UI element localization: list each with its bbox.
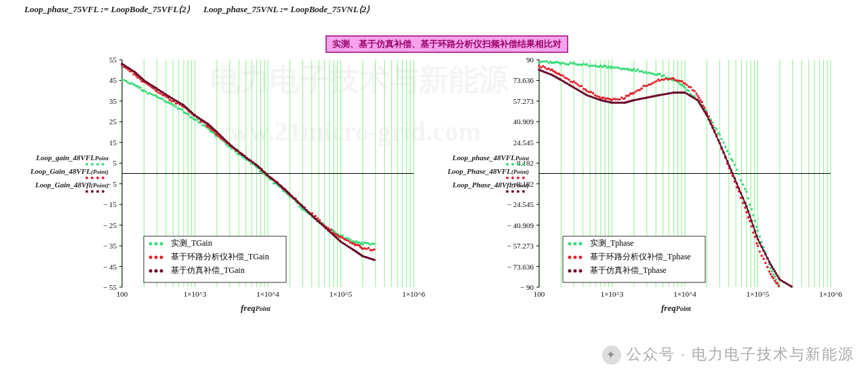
svg-point-992 [751, 220, 753, 223]
svg-point-472 [311, 215, 314, 217]
svg-point-822 [698, 96, 701, 99]
svg-point-674 [684, 86, 686, 89]
svg-point-434 [245, 157, 248, 160]
svg-point-1000 [764, 253, 767, 256]
svg-point-98 [173, 104, 176, 107]
svg-point-519 [155, 270, 158, 273]
svg-point-79 [139, 86, 142, 89]
svg-point-1032 [96, 163, 99, 166]
svg-point-970 [709, 122, 712, 125]
svg-text:1×10^6: 1×10^6 [402, 290, 425, 298]
svg-text:实测_Tphase: 实测_Tphase [590, 238, 634, 248]
svg-point-713 [752, 214, 755, 217]
svg-point-508 [373, 259, 376, 261]
svg-point-1003 [770, 263, 772, 266]
svg-point-1026 [568, 270, 572, 273]
svg-point-244 [171, 100, 174, 103]
svg-text:− 35: − 35 [103, 242, 117, 250]
svg-point-1027 [574, 270, 577, 273]
svg-point-985 [738, 187, 741, 189]
svg-point-966 [703, 111, 706, 113]
svg-point-437 [252, 162, 254, 164]
svg-point-898 [585, 94, 588, 96]
svg-point-1037 [102, 177, 104, 179]
svg-point-1004 [771, 265, 774, 268]
svg-point-943 [665, 93, 667, 96]
svg-point-776 [618, 98, 621, 101]
svg-point-425 [229, 143, 231, 146]
svg-point-802 [663, 79, 665, 81]
svg-text:55: 55 [109, 56, 117, 64]
svg-point-662 [663, 74, 665, 77]
svg-point-468 [303, 207, 306, 210]
svg-point-902 [594, 97, 597, 100]
svg-point-142 [250, 162, 252, 165]
svg-point-725 [772, 273, 775, 276]
svg-point-1038 [85, 190, 88, 193]
svg-point-1024 [579, 256, 583, 259]
svg-point-446 [267, 174, 269, 177]
svg-point-994 [754, 229, 757, 232]
svg-text:− 24.545: − 24.545 [507, 200, 534, 208]
svg-point-803 [665, 77, 667, 80]
svg-point-704 [736, 168, 738, 171]
svg-point-648 [637, 69, 639, 71]
svg-point-991 [749, 215, 751, 218]
svg-point-748 [568, 79, 570, 81]
svg-point-812 [681, 80, 684, 83]
svg-point-962 [698, 101, 701, 104]
svg-point-944 [667, 92, 669, 95]
svg-point-861 [766, 265, 769, 268]
svg-text:实测_TGain: 实测_TGain [171, 238, 212, 248]
svg-point-432 [241, 153, 244, 156]
svg-point-1022 [568, 256, 572, 259]
svg-text:1×10^5: 1×10^5 [747, 290, 770, 298]
svg-point-901 [592, 96, 595, 99]
svg-point-92 [161, 98, 164, 100]
svg-text:5: 5 [113, 159, 117, 167]
svg-text:− 15: − 15 [103, 200, 117, 208]
svg-point-709 [745, 191, 748, 193]
svg-text:基于仿真补偿_Tphase: 基于仿真补偿_Tphase [590, 265, 667, 275]
svg-point-395 [179, 102, 182, 105]
svg-text:40.909: 40.909 [513, 117, 534, 126]
svg-point-900 [590, 96, 593, 98]
svg-point-724 [771, 270, 774, 273]
svg-text:1×10^3: 1×10^3 [601, 290, 624, 298]
svg-text:− 55: − 55 [103, 283, 117, 291]
svg-point-986 [740, 192, 743, 195]
svg-point-965 [702, 108, 705, 111]
svg-point-1034 [85, 177, 88, 179]
svg-point-426 [231, 145, 233, 147]
svg-point-1007 [775, 272, 778, 275]
svg-point-514 [149, 256, 153, 259]
svg-point-759 [588, 91, 591, 94]
svg-point-1002 [768, 261, 771, 263]
svg-point-975 [718, 142, 721, 145]
svg-point-1031 [91, 163, 94, 166]
svg-text:− 73.636: − 73.636 [507, 263, 534, 271]
svg-text:− 40.909: − 40.909 [507, 221, 534, 229]
svg-point-512 [160, 242, 163, 246]
svg-point-477 [321, 223, 323, 226]
svg-point-819 [693, 90, 696, 92]
svg-point-391 [171, 97, 174, 100]
svg-point-1036 [96, 177, 99, 179]
svg-point-899 [588, 94, 591, 97]
svg-point-390 [168, 96, 171, 98]
svg-point-423 [225, 140, 228, 143]
svg-point-753 [576, 84, 579, 86]
svg-point-470 [307, 211, 310, 214]
svg-point-448 [271, 177, 273, 180]
svg-point-421 [222, 136, 224, 139]
svg-point-990 [747, 210, 750, 212]
svg-point-999 [762, 249, 765, 252]
svg-point-516 [160, 256, 163, 259]
svg-point-518 [149, 270, 153, 273]
svg-text:1×10^3: 1×10^3 [184, 290, 207, 298]
svg-point-511 [155, 242, 158, 246]
svg-point-717 [759, 236, 762, 238]
svg-point-973 [715, 135, 718, 138]
svg-point-420 [220, 134, 222, 137]
svg-point-1018 [568, 242, 572, 246]
